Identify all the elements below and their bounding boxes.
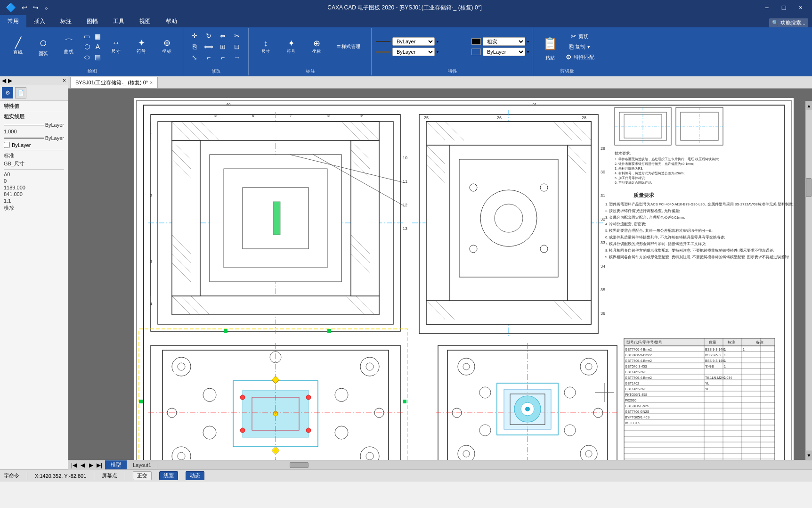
linetype-select[interactable]: ByLayer [392,37,435,46]
layer-swatch[interactable] [471,49,481,55]
minimize-button[interactable]: − [759,2,774,13]
paste-button[interactable]: 📋 [538,32,562,55]
line-button[interactable]: ╱ 直线 [6,31,30,63]
table-button[interactable]: ▤ [93,52,103,62]
vscroll-down-btn[interactable]: ▼ [806,451,812,460]
lineweight-dd[interactable]: ▾ [437,50,438,54]
text-button[interactable]: A [93,42,103,51]
mirror-button[interactable]: ⇔ [216,31,229,41]
stretch-button[interactable]: ⟺ [202,41,215,52]
layer-select[interactable]: ByLayer [483,48,525,56]
line-label: 直线 [13,49,23,56]
anno-coord-button[interactable]: ⊕ 坐标 [304,31,329,63]
svg-text:4. 冷却分流配套, 密密要;: 4. 冷却分流配套, 密密要; [605,222,646,226]
extend-button[interactable]: → [230,52,244,63]
model-tab[interactable]: 模型 [105,460,127,469]
customize-icon[interactable]: ⬦ [42,3,50,12]
vscroll-up-btn[interactable]: ▲ [806,101,812,110]
tab-last-btn[interactable]: ▶| [96,462,103,468]
copy-clip-button[interactable]: ⎘ 复制 ▾ [563,42,596,51]
color-swatch[interactable] [471,38,481,45]
svg-text:28: 28 [582,115,586,120]
redo-icon[interactable]: ↪ [31,3,41,12]
copy-mod-button[interactable]: ⎘ [188,41,201,52]
hatch-button[interactable]: ▦ [93,32,103,41]
doc-tab-main[interactable]: BYSJ01(工业存储箱-_ (核复) 0° × [70,77,158,88]
drawing-svg[interactable]: 1 2 3 4 5 6 7 8 9 10 11 12 13 [134,98,794,460]
scale-mod-button[interactable]: ⤡ [188,52,201,63]
window-controls: − □ × [759,2,808,13]
svg-text:1: 1 [724,348,726,351]
ellipse-button[interactable]: ⬭ [82,52,92,62]
undo-icon[interactable]: ↩ [20,3,29,12]
color-select[interactable]: 粗实 [483,37,525,46]
props-buttons: ByLayer ▾ ByLayer ▾ [376,28,529,67]
move-button[interactable]: ✛ [188,31,201,41]
dim-button[interactable]: ↕ 尺寸 [253,31,278,63]
prop-lineweight: 1.000 [4,129,64,134]
tab-view[interactable]: 视图 [132,15,158,27]
circle-button[interactable]: ○ 圆弧 [31,31,56,63]
fillet-button[interactable]: ⌐ [202,52,215,63]
tab-tools[interactable]: 工具 [106,15,132,27]
svg-text:13: 13 [403,226,407,231]
canvas-area[interactable]: 1 2 3 4 5 6 7 8 9 10 11 12 13 [68,89,812,460]
offset-button[interactable]: ⊞ [216,41,229,52]
scale-button[interactable]: ↔ 尺寸 [104,31,128,63]
tab-common[interactable]: 常用 [0,15,26,27]
chamfer-button[interactable]: ⌐ [216,52,229,63]
lineweight-select[interactable]: ByLayer [392,48,435,56]
svg-text:GBT1462: GBT1462 [625,382,639,385]
tab-first-btn[interactable]: |◀ [70,462,78,468]
ortho-btn[interactable]: 正交 [133,471,152,480]
svg-point-154 [306,395,311,400]
style-mgr-button[interactable]: ≡ 样式管理 [330,42,367,51]
svg-text:8. 模具相同各自铸件方的成形化型配套, 要特别注意. 不要: 8. 模具相同各自铸件方的成形化型配套, 要特别注意. 不要把铸模非标的铸模铸件… [605,248,774,253]
symbol-button[interactable]: ✦ 符号 [129,31,154,63]
tab-annotation[interactable]: 标注 [53,15,79,27]
scale-mod-icon: ⤡ [192,54,197,61]
panel-expand-btn[interactable]: ▶ [8,77,12,84]
tab-next-btn[interactable]: ▶ [87,462,95,468]
color-dd[interactable]: ▾ [527,40,529,44]
text-icon: A [96,43,100,50]
rectangle-button[interactable]: ▭ [82,32,92,41]
tab-insert[interactable]: 插入 [26,15,53,27]
maximize-button[interactable]: □ [776,2,791,13]
vscroll-thumb[interactable] [806,178,812,197]
panel-tab-1[interactable]: ⚙ [2,87,13,98]
anno-symbol-icon: ✦ [288,39,295,48]
ribbon-search[interactable]: 🔍 功能搜索... [769,18,808,27]
array-button[interactable]: ⊟ [230,41,244,52]
svg-text:1. 零件各面无铸造缺陷，热处理按工艺卡片执行，毛坯 模压后: 1. 零件各面无铸造缺陷，热处理按工艺卡片执行，毛坯 模压后铸铁铸件; [615,157,719,161]
status-sep-2 [94,472,94,480]
layout-tab[interactable]: Layout1 [127,461,157,469]
trim-button[interactable]: ✂ [230,31,244,41]
prop-match-button[interactable]: ⚙ 特性匹配 [563,52,596,62]
panel-collapse-btn[interactable]: ◀ [2,77,6,84]
curve-button[interactable]: ⌒ 曲线 [57,31,81,63]
layer-dd[interactable]: ▾ [527,50,529,54]
anno-symbol-button[interactable]: ✦ 符号 [279,31,303,63]
vertical-scrollbar[interactable]: ▲ ▼ [805,101,812,460]
tab-drawing-format[interactable]: 图幅 [79,15,106,27]
dynamic-btn[interactable]: 动态 [186,471,204,480]
svg-text:3. 未标注圆角为R3;: 3. 未标注圆角为R3; [615,167,643,170]
tab-help[interactable]: 帮助 [158,15,185,27]
linetype-dd[interactable]: ▾ [437,40,438,44]
rotate-button[interactable]: ↻ [202,31,215,41]
polygon-button[interactable]: ⬡ [82,42,92,51]
horizontal-scrollbar[interactable] [159,462,812,468]
ribbon-group-modify: ✛ ↻ ⇔ ✂ ⎘ ⟺ ⊞ ⊟ ⤡ ⌐ ⌐ → [184,28,249,75]
coord-button[interactable]: ⊕ 坐标 [154,31,179,63]
svg-text:GBT546-3-45S: GBT546-3-45S [625,365,647,368]
panel-tab-2[interactable]: 📄 [15,87,26,98]
hscroll-thumb[interactable] [290,462,309,468]
tab-prev-btn[interactable]: ◀ [79,462,86,468]
linewidth-btn[interactable]: 线宽 [159,471,178,480]
panel-close-btn[interactable]: × [63,77,66,84]
bylayer-checkbox[interactable] [4,142,10,148]
close-button[interactable]: × [793,2,808,13]
doc-tab-close[interactable]: × [150,80,153,85]
cut-button[interactable]: ✂ 剪切 [563,32,596,41]
